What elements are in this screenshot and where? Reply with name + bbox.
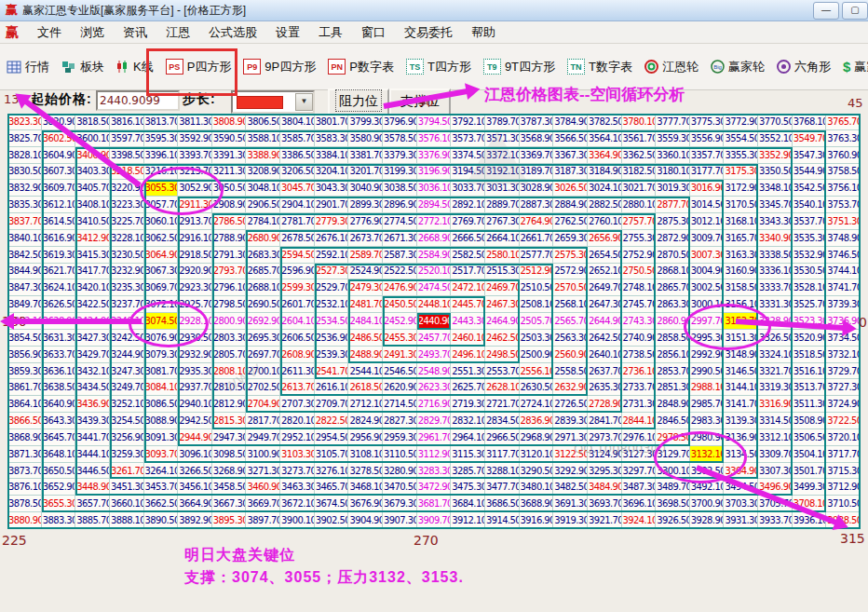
grid-cell: 2704.90	[246, 396, 280, 413]
grid-cell: 3345.70	[758, 197, 793, 213]
grid-cell: 3086.50	[144, 396, 179, 413]
grid-cell: 2880.10	[622, 197, 657, 213]
grid-cell: 3516.10	[793, 363, 827, 380]
menu-item-9[interactable]: 帮助	[462, 22, 505, 43]
grid-cell: 3732.10	[826, 347, 861, 363]
grid-cell: 3170.50	[724, 197, 758, 213]
grid-cell: 2620.90	[383, 379, 417, 396]
grid-cell: 3264.10	[144, 463, 179, 480]
grid-cell: 2844.10	[622, 413, 657, 429]
p9-box-icon: P9	[243, 59, 261, 75]
toolbar-item-板块[interactable]: 板块	[55, 55, 110, 79]
menu-item-2[interactable]: 资讯	[114, 22, 156, 43]
grid-cell: 2498.50	[485, 347, 520, 363]
grid-cell: 2971.30	[553, 429, 588, 446]
grid-cell: 3655.30	[42, 496, 76, 512]
toolbar-item-江恩轮[interactable]: 江恩轮	[638, 55, 704, 79]
grid-cell: 3547.30	[793, 147, 827, 164]
grid-cell: 2661.70	[520, 230, 554, 247]
grid-cell: 3595.30	[144, 130, 179, 147]
grid-cell: 2822.50	[315, 413, 349, 429]
toolbar-item-行情[interactable]: 行情	[0, 55, 55, 79]
grid-cell: 3192.10	[485, 164, 520, 181]
grid-cell: 2918.50	[178, 247, 212, 264]
grid-cell: 3321.70	[758, 363, 793, 380]
grid-cell: 3362.50	[622, 147, 657, 164]
grid-cell: 3451.30	[110, 479, 144, 496]
grid-cell: 2834.50	[485, 413, 520, 429]
minimize-button[interactable]: —	[813, 2, 839, 20]
grid-cell: 3108.10	[348, 446, 383, 463]
toolbar-item-P数字表[interactable]: PNP数字表	[321, 55, 400, 79]
grid-cell: 2440.90	[417, 313, 452, 330]
toolbar-item-赢家服务[interactable]: $赢家服务	[836, 55, 868, 79]
toolbar-item-9T四方形[interactable]: T99T四方形	[477, 55, 561, 79]
dropdown-arrow-icon[interactable]: ▼	[295, 93, 313, 111]
grid-cell: 3412.90	[75, 230, 110, 247]
grid-cell: 2762.50	[553, 213, 588, 230]
toolbar-item-T四方形[interactable]: TST四方形	[400, 55, 477, 79]
grid-cell: 3674.50	[315, 496, 349, 512]
grid-cell: 3799.30	[348, 114, 383, 130]
maximize-button[interactable]: ▢	[842, 2, 868, 20]
toolbar-item-T数字表[interactable]: TNT数字表	[561, 55, 638, 79]
grid-cell: 3324.10	[758, 347, 793, 363]
grid-cell: 3576.10	[417, 130, 452, 147]
menu-item-7[interactable]: 窗口	[352, 22, 395, 43]
grid-cell: 2733.70	[622, 379, 657, 396]
grid-cell: 2580.10	[485, 247, 520, 264]
step-color-dropdown[interactable]: ▼	[231, 90, 315, 114]
grid-cell: 2796.10	[212, 279, 247, 296]
grid-cell: 2964.10	[451, 429, 485, 446]
grid-cell: 3045.70	[280, 180, 315, 197]
toolbar-item-9P四方形[interactable]: P99P四方形	[237, 55, 321, 79]
menu-item-8[interactable]: 交易委托	[395, 22, 462, 43]
grid-cell: 2500.90	[520, 347, 554, 363]
grid-cell: 2882.50	[588, 197, 622, 213]
grid-cell: 3398.50	[110, 147, 144, 164]
grid-cell: 2522.50	[383, 264, 417, 280]
toolbar-item-六角形[interactable]: 六角形	[770, 55, 836, 79]
grid-cell: 3580.90	[348, 130, 383, 147]
resistance-button[interactable]: 阻力位	[328, 88, 389, 116]
grid-cell: 2769.70	[451, 213, 485, 230]
grid-cell: 3448.90	[75, 479, 110, 496]
grid-cell: 2474.50	[417, 279, 452, 296]
menu-item-4[interactable]: 公式选股	[199, 22, 266, 43]
t9-box-icon: T9	[483, 59, 501, 75]
menu-item-6[interactable]: 工具	[309, 22, 352, 43]
toolbar-item-赢家轮[interactable]: Big赢家轮	[704, 55, 770, 79]
grid-cell: 2815.30	[212, 413, 247, 429]
grid-cell: 2582.50	[451, 247, 485, 264]
grid-cell: 3254.50	[110, 413, 144, 429]
grid-cell: 3127.30	[622, 446, 657, 463]
grid-cell: 2457.70	[417, 330, 452, 347]
grid-cell: 3307.30	[758, 463, 793, 480]
grid-cell: 2656.90	[588, 230, 622, 247]
grid-cell: 2810.50	[212, 379, 247, 396]
grid-cell: 3415.30	[75, 247, 110, 264]
grid-cell: 2556.10	[520, 363, 554, 380]
step-color-swatch	[237, 96, 283, 109]
grid-cell: 2961.70	[417, 429, 452, 446]
menu-item-5[interactable]: 设置	[266, 22, 309, 43]
grid-cell: 3408.10	[75, 197, 110, 213]
grid-cell: 2572.90	[553, 264, 588, 280]
toolbar-item-label: 9P四方形	[264, 59, 316, 75]
grid-cell: 3583.30	[315, 130, 349, 147]
grid-cell: 3100.90	[246, 446, 280, 463]
grid-cell: 3571.30	[485, 130, 520, 147]
grid-cell: 2983.30	[690, 413, 725, 429]
grid-cell: 3146.50	[724, 363, 758, 380]
grid-cell: 3333.70	[758, 279, 793, 296]
grid-cell: 3537.70	[793, 213, 827, 230]
grid-cell: 2505.70	[520, 313, 554, 330]
menu-item-1[interactable]: 浏览	[71, 22, 114, 43]
menu-item-3[interactable]: 江恩	[156, 22, 199, 43]
app-logo-icon: 赢	[6, 2, 18, 19]
menu-item-0[interactable]: 文件	[28, 22, 71, 43]
grid-cell: 2752.90	[622, 247, 657, 264]
grid-cell: 3482.50	[553, 479, 588, 496]
grid-cell: 2990.50	[690, 363, 725, 380]
grid-cell: 2875.30	[656, 213, 690, 230]
